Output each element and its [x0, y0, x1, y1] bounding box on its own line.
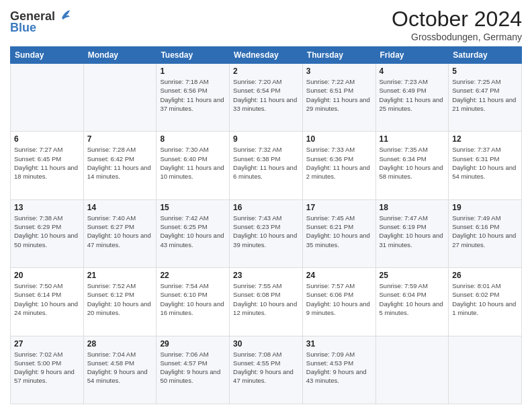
- calendar-cell: 21Sunrise: 7:52 AM Sunset: 6:12 PM Dayli…: [83, 268, 157, 336]
- calendar-cell: 9Sunrise: 7:32 AM Sunset: 6:38 PM Daylig…: [230, 132, 303, 199]
- day-number: 20: [14, 271, 80, 280]
- day-info: Sunrise: 7:52 AM Sunset: 6:12 PM Dayligh…: [87, 281, 153, 317]
- day-number: 7: [87, 134, 153, 144]
- day-number: 9: [233, 134, 299, 144]
- calendar-cell: 30Sunrise: 7:08 AM Sunset: 4:55 PM Dayli…: [230, 336, 303, 404]
- day-number: 1: [160, 66, 226, 76]
- day-info: Sunrise: 7:27 AM Sunset: 6:45 PM Dayligh…: [14, 145, 80, 181]
- calendar-cell: 4Sunrise: 7:23 AM Sunset: 6:49 PM Daylig…: [375, 64, 449, 132]
- day-number: 3: [306, 66, 372, 76]
- calendar-cell: 27Sunrise: 7:02 AM Sunset: 5:00 PM Dayli…: [11, 336, 84, 404]
- day-number: 14: [87, 203, 153, 212]
- day-number: 17: [306, 203, 372, 212]
- day-number: 24: [306, 271, 372, 280]
- calendar-cell: 8Sunrise: 7:30 AM Sunset: 6:40 PM Daylig…: [157, 132, 230, 199]
- logo-bird-icon: [56, 9, 71, 24]
- day-number: 8: [160, 134, 226, 144]
- day-number: 12: [452, 134, 518, 144]
- calendar-cell: 15Sunrise: 7:42 AM Sunset: 6:25 PM Dayli…: [157, 199, 230, 267]
- calendar-cell: [11, 64, 84, 132]
- day-info: Sunrise: 7:54 AM Sunset: 6:10 PM Dayligh…: [160, 281, 226, 317]
- day-info: Sunrise: 7:49 AM Sunset: 6:16 PM Dayligh…: [452, 214, 518, 249]
- calendar-cell: 5Sunrise: 7:25 AM Sunset: 6:47 PM Daylig…: [449, 64, 522, 132]
- day-number: 25: [380, 271, 445, 280]
- day-info: Sunrise: 7:40 AM Sunset: 6:27 PM Dayligh…: [87, 214, 153, 249]
- calendar-cell: [83, 64, 157, 132]
- calendar-cell: 24Sunrise: 7:57 AM Sunset: 6:06 PM Dayli…: [302, 268, 375, 336]
- weekday-header-wednesday: Wednesday: [230, 47, 303, 64]
- day-number: 31: [306, 339, 372, 349]
- calendar-cell: 16Sunrise: 7:43 AM Sunset: 6:23 PM Dayli…: [230, 199, 303, 267]
- calendar-cell: 28Sunrise: 7:04 AM Sunset: 4:58 PM Dayli…: [83, 336, 157, 404]
- day-info: Sunrise: 7:06 AM Sunset: 4:57 PM Dayligh…: [160, 350, 226, 385]
- calendar-cell: 18Sunrise: 7:47 AM Sunset: 6:19 PM Dayli…: [375, 199, 449, 267]
- day-info: Sunrise: 7:45 AM Sunset: 6:21 PM Dayligh…: [306, 214, 372, 249]
- day-number: 11: [380, 134, 445, 144]
- day-number: 6: [14, 134, 80, 144]
- week-row-3: 20Sunrise: 7:50 AM Sunset: 6:14 PM Dayli…: [11, 268, 522, 336]
- day-number: 2: [233, 66, 299, 76]
- day-info: Sunrise: 7:09 AM Sunset: 4:53 PM Dayligh…: [306, 350, 372, 385]
- day-number: 13: [14, 203, 80, 212]
- weekday-header-monday: Monday: [83, 47, 157, 64]
- day-info: Sunrise: 7:08 AM Sunset: 4:55 PM Dayligh…: [233, 350, 299, 385]
- location: Grossbodungen, Germany: [392, 32, 522, 42]
- day-info: Sunrise: 7:38 AM Sunset: 6:29 PM Dayligh…: [14, 214, 80, 249]
- weekday-header-thursday: Thursday: [302, 47, 375, 64]
- title-block: October 2024 Grossbodungen, Germany: [392, 7, 522, 42]
- calendar-cell: 31Sunrise: 7:09 AM Sunset: 4:53 PM Dayli…: [302, 336, 375, 404]
- day-number: 21: [87, 271, 153, 280]
- calendar-cell: 13Sunrise: 7:38 AM Sunset: 6:29 PM Dayli…: [11, 199, 84, 267]
- calendar-cell: 23Sunrise: 7:55 AM Sunset: 6:08 PM Dayli…: [230, 268, 303, 336]
- week-row-0: 1Sunrise: 7:18 AM Sunset: 6:56 PM Daylig…: [11, 64, 522, 132]
- day-number: 5: [452, 66, 518, 76]
- day-info: Sunrise: 7:18 AM Sunset: 6:56 PM Dayligh…: [160, 77, 226, 113]
- calendar-cell: 26Sunrise: 8:01 AM Sunset: 6:02 PM Dayli…: [449, 268, 522, 336]
- day-number: 18: [380, 203, 445, 212]
- page: General Blue October 2024 Grossbodungen,…: [0, 0, 532, 411]
- day-info: Sunrise: 7:47 AM Sunset: 6:19 PM Dayligh…: [380, 214, 445, 249]
- calendar-cell: 17Sunrise: 7:45 AM Sunset: 6:21 PM Dayli…: [302, 199, 375, 267]
- day-number: 30: [233, 339, 299, 349]
- calendar-cell: 7Sunrise: 7:28 AM Sunset: 6:42 PM Daylig…: [83, 132, 157, 199]
- day-info: Sunrise: 7:04 AM Sunset: 4:58 PM Dayligh…: [87, 350, 153, 385]
- day-number: 27: [14, 339, 80, 349]
- day-info: Sunrise: 7:20 AM Sunset: 6:54 PM Dayligh…: [233, 77, 299, 113]
- calendar-cell: 19Sunrise: 7:49 AM Sunset: 6:16 PM Dayli…: [449, 199, 522, 267]
- day-info: Sunrise: 7:23 AM Sunset: 6:49 PM Dayligh…: [380, 77, 445, 113]
- weekday-header-friday: Friday: [375, 47, 449, 64]
- day-info: Sunrise: 7:32 AM Sunset: 6:38 PM Dayligh…: [233, 145, 299, 181]
- calendar-table: SundayMondayTuesdayWednesdayThursdayFrid…: [10, 46, 522, 404]
- day-number: 16: [233, 203, 299, 212]
- day-info: Sunrise: 7:35 AM Sunset: 6:34 PM Dayligh…: [380, 145, 445, 181]
- calendar-cell: [375, 336, 449, 404]
- day-info: Sunrise: 7:33 AM Sunset: 6:36 PM Dayligh…: [306, 145, 372, 181]
- day-number: 22: [160, 271, 226, 280]
- day-info: Sunrise: 8:01 AM Sunset: 6:02 PM Dayligh…: [452, 281, 518, 317]
- calendar-cell: 12Sunrise: 7:37 AM Sunset: 6:31 PM Dayli…: [449, 132, 522, 199]
- month-title: October 2024: [392, 7, 522, 32]
- day-number: 10: [306, 134, 372, 144]
- day-number: 4: [380, 66, 445, 76]
- day-number: 26: [452, 271, 518, 280]
- calendar-cell: 29Sunrise: 7:06 AM Sunset: 4:57 PM Dayli…: [157, 336, 230, 404]
- calendar-cell: [449, 336, 522, 404]
- calendar-cell: 1Sunrise: 7:18 AM Sunset: 6:56 PM Daylig…: [157, 64, 230, 132]
- day-info: Sunrise: 7:59 AM Sunset: 6:04 PM Dayligh…: [380, 281, 445, 317]
- day-info: Sunrise: 7:02 AM Sunset: 5:00 PM Dayligh…: [14, 350, 80, 385]
- day-info: Sunrise: 7:30 AM Sunset: 6:40 PM Dayligh…: [160, 145, 226, 181]
- day-info: Sunrise: 7:42 AM Sunset: 6:25 PM Dayligh…: [160, 214, 226, 249]
- weekday-header-saturday: Saturday: [449, 47, 522, 64]
- header: General Blue October 2024 Grossbodungen,…: [10, 7, 522, 42]
- day-info: Sunrise: 7:55 AM Sunset: 6:08 PM Dayligh…: [233, 281, 299, 317]
- day-number: 28: [87, 339, 153, 349]
- day-info: Sunrise: 7:43 AM Sunset: 6:23 PM Dayligh…: [233, 214, 299, 249]
- day-number: 23: [233, 271, 299, 280]
- day-info: Sunrise: 7:37 AM Sunset: 6:31 PM Dayligh…: [452, 145, 518, 181]
- calendar-cell: 14Sunrise: 7:40 AM Sunset: 6:27 PM Dayli…: [83, 199, 157, 267]
- weekday-header-sunday: Sunday: [11, 47, 84, 64]
- day-info: Sunrise: 7:22 AM Sunset: 6:51 PM Dayligh…: [306, 77, 372, 113]
- week-row-1: 6Sunrise: 7:27 AM Sunset: 6:45 PM Daylig…: [11, 132, 522, 199]
- week-row-4: 27Sunrise: 7:02 AM Sunset: 5:00 PM Dayli…: [11, 336, 522, 404]
- day-info: Sunrise: 7:57 AM Sunset: 6:06 PM Dayligh…: [306, 281, 372, 317]
